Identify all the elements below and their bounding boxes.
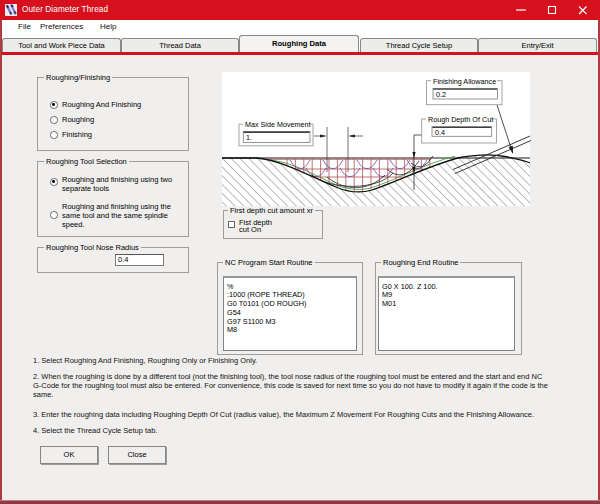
svg-text:1.: 1. (246, 133, 252, 142)
svg-text:0.2: 0.2 (436, 90, 446, 99)
svg-text:0.4: 0.4 (435, 128, 445, 137)
svg-text:Finishing Allowance: Finishing Allowance (433, 77, 496, 86)
svg-text:Max Side Movement: Max Side Movement (245, 120, 311, 129)
svg-text:Rough Depth Of Cut: Rough Depth Of Cut (428, 115, 493, 124)
